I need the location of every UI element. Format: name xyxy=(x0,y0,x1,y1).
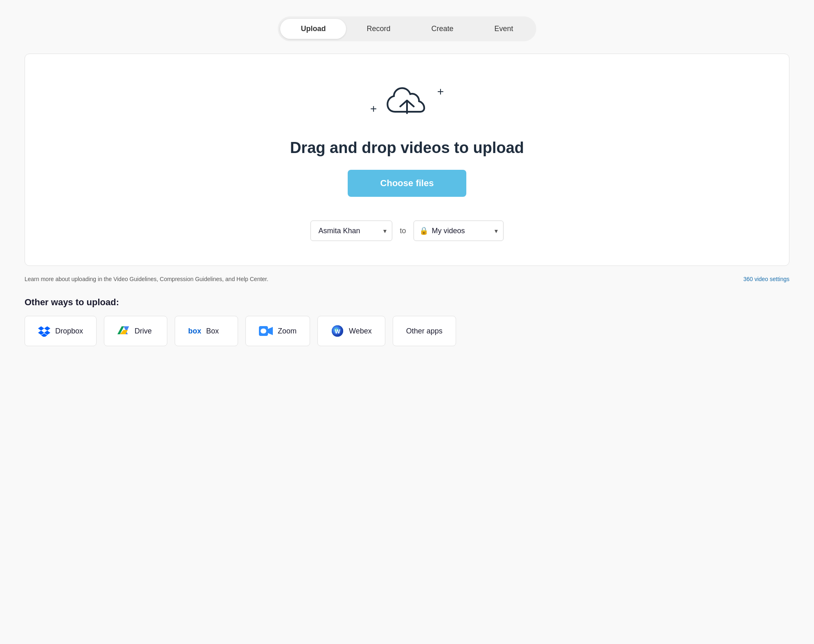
tab-bar: Upload Record Create Event xyxy=(278,16,536,41)
upload-dropzone[interactable]: + + Drag and drop videos to upload Choos… xyxy=(25,54,789,266)
box-label: Box xyxy=(206,327,219,336)
tabs-container: Upload Record Create Event xyxy=(25,16,789,41)
tab-create[interactable]: Create xyxy=(411,19,474,39)
box-button[interactable]: box Box xyxy=(175,316,238,346)
zoom-button[interactable]: Zoom xyxy=(245,316,310,346)
destination-select-wrapper: 🔒 My videos ▾ xyxy=(414,221,504,241)
drive-icon xyxy=(117,325,130,337)
cloud-upload-icon xyxy=(385,85,429,122)
svg-rect-7 xyxy=(261,329,266,333)
info-bar-text: Learn more about uploading in the Video … xyxy=(25,276,268,282)
tab-record[interactable]: Record xyxy=(346,19,411,39)
other-apps-label: Other apps xyxy=(406,327,443,336)
plus-left-icon: + xyxy=(370,103,377,115)
other-apps-button[interactable]: Other apps xyxy=(393,316,456,346)
destination-select[interactable]: My videos xyxy=(414,221,504,241)
webex-button[interactable]: W Webex xyxy=(317,316,385,346)
dropbox-icon xyxy=(38,325,50,337)
drive-label: Drive xyxy=(135,327,152,336)
drag-drop-title: Drag and drop videos to upload xyxy=(290,139,524,157)
uploader-select[interactable]: Asmita Khan xyxy=(310,221,392,241)
uploader-select-wrapper: Asmita Khan ▾ xyxy=(310,221,392,241)
drive-button[interactable]: Drive xyxy=(104,316,167,346)
webex-label: Webex xyxy=(349,327,372,336)
tab-upload[interactable]: Upload xyxy=(280,19,346,39)
dropbox-label: Dropbox xyxy=(55,327,83,336)
to-label: to xyxy=(400,227,406,235)
cloud-upload-icon-area: + + xyxy=(370,79,444,128)
plus-right-icon: + xyxy=(437,86,444,97)
other-ways-list: Dropbox Drive box Box Zoom xyxy=(25,316,789,346)
info-bar: Learn more about uploading in the Video … xyxy=(25,276,789,282)
zoom-label: Zoom xyxy=(278,327,297,336)
choose-files-button[interactable]: Choose files xyxy=(348,170,467,197)
upload-destination-row: Asmita Khan ▾ to 🔒 My videos ▾ xyxy=(310,221,503,241)
360-video-settings-link[interactable]: 360 video settings xyxy=(743,276,789,282)
other-ways-section: Other ways to upload: Dropbox Drive xyxy=(25,297,789,346)
zoom-icon xyxy=(259,326,273,336)
svg-marker-6 xyxy=(268,327,273,335)
other-ways-title: Other ways to upload: xyxy=(25,297,789,308)
dropbox-button[interactable]: Dropbox xyxy=(25,316,97,346)
box-icon: box xyxy=(188,327,201,336)
webex-icon: W xyxy=(331,324,344,338)
tab-event[interactable]: Event xyxy=(474,19,534,39)
svg-text:W: W xyxy=(335,328,340,335)
